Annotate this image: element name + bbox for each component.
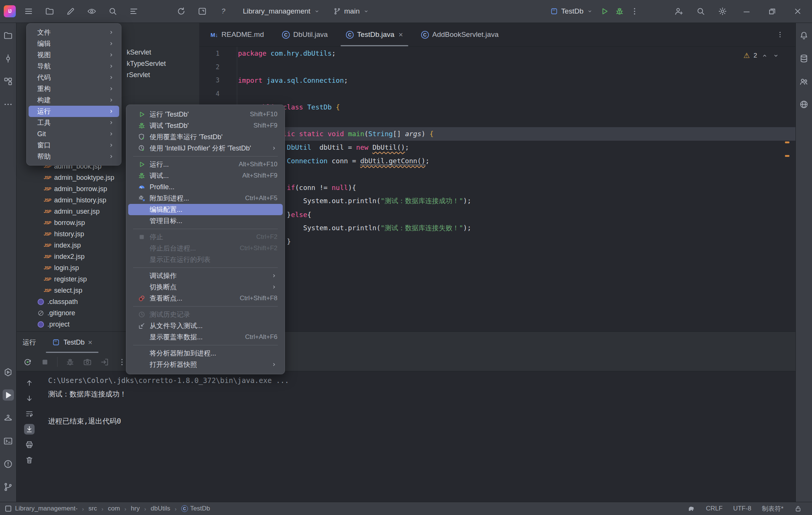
menu-item-附加到进程[interactable]: 附加到进程...Ctrl+Alt+F5 bbox=[128, 193, 283, 204]
menu-item-切换断点[interactable]: 切换断点 bbox=[128, 281, 283, 293]
scrollend-button[interactable] bbox=[24, 424, 35, 434]
maxi-button[interactable] bbox=[765, 4, 780, 19]
rerun-button[interactable] bbox=[21, 355, 34, 368]
structure-toolwindow-button[interactable] bbox=[3, 76, 14, 87]
searchbig-button[interactable] bbox=[693, 4, 708, 19]
editor-tab-testdb-java[interactable]: CTestDb.java× bbox=[337, 23, 412, 46]
close-icon[interactable]: × bbox=[88, 338, 92, 347]
hexplay-toolwindow-button[interactable] bbox=[3, 366, 14, 378]
menu-item-Git[interactable]: Git bbox=[29, 128, 119, 140]
breadcrumb-item[interactable]: src bbox=[88, 505, 97, 512]
userplus-button[interactable] bbox=[671, 4, 686, 19]
pencil-button[interactable] bbox=[63, 4, 78, 19]
sync-button[interactable] bbox=[174, 4, 189, 19]
terminal-toolwindow-button[interactable] bbox=[3, 435, 14, 447]
breadcrumb-item[interactable]: TestDb bbox=[190, 505, 210, 512]
trash-button[interactable] bbox=[24, 455, 35, 465]
lines-button[interactable] bbox=[126, 4, 141, 19]
hanger-toolwindow-button[interactable] bbox=[3, 412, 14, 424]
menu-item-工具[interactable]: 工具 bbox=[29, 117, 119, 128]
menu-item-编辑[interactable]: 编辑 bbox=[29, 38, 119, 49]
bug-button[interactable] bbox=[64, 355, 76, 368]
min-button[interactable] bbox=[739, 4, 754, 19]
menu-item-测试历史记录[interactable]: 测试历史记录 bbox=[128, 309, 283, 320]
breadcrumb[interactable]: Library_management-›src›com›hry›dbUtils›… bbox=[15, 505, 210, 512]
run-tab-testdb[interactable]: TestDb × bbox=[46, 332, 98, 353]
menu-item-将分析器附加到进程[interactable]: 将分析器附加到进程... bbox=[128, 348, 283, 359]
menu-item-帮助[interactable]: 帮助 bbox=[29, 151, 119, 162]
help-button[interactable]: ? bbox=[216, 4, 231, 19]
editor-tab-readme-md[interactable]: M↓README.md bbox=[201, 23, 273, 46]
menu-item-使用覆盖率运行-TestDb[interactable]: 使用覆盖率运行 'TestDb' bbox=[128, 131, 283, 143]
menu-item-停止后台进程[interactable]: 停止后台进程...Ctrl+Shift+F2 bbox=[128, 243, 283, 254]
run-config-selector[interactable]: TestDb bbox=[546, 4, 597, 19]
menu-item-使用-IntelliJ-Profiler-分析-TestDb[interactable]: 使用 'IntelliJ Profiler' 分析 'TestDb' bbox=[128, 143, 283, 154]
code-editor[interactable]: 1package com.hry.dbUtils;23import java.s… bbox=[199, 47, 795, 331]
breadcrumb-item[interactable]: Library_management- bbox=[15, 505, 77, 512]
more-actions-button[interactable] bbox=[627, 4, 642, 19]
users-toolwindow-button[interactable] bbox=[798, 76, 810, 87]
tree-item-clipped[interactable]: rServlet bbox=[127, 69, 150, 81]
run-button[interactable] bbox=[597, 4, 612, 19]
problem-toolwindow-button[interactable] bbox=[3, 458, 14, 469]
dots-toolwindow-button[interactable] bbox=[3, 99, 14, 110]
eye-button[interactable] bbox=[84, 4, 99, 19]
menu-item-编辑配置[interactable]: 编辑配置... bbox=[128, 204, 283, 215]
menu-item-视图[interactable]: 视图 bbox=[29, 49, 119, 61]
menu-item-显示覆盖率数据[interactable]: 显示覆盖率数据...Ctrl+Alt+F6 bbox=[128, 331, 283, 343]
breadcrumb-item[interactable]: dbUtils bbox=[151, 505, 170, 512]
down-button[interactable] bbox=[24, 393, 35, 404]
commit-toolwindow-button[interactable] bbox=[3, 53, 14, 64]
encoding-indicator[interactable]: UTF-8 bbox=[733, 505, 751, 512]
folder-toolwindow-button[interactable] bbox=[3, 30, 14, 41]
prev-warning-icon[interactable] bbox=[761, 52, 768, 59]
line-separator-indicator[interactable]: CRLF bbox=[706, 505, 723, 512]
inspections-widget[interactable]: ⚠ 2 bbox=[743, 51, 780, 60]
tree-item-clipped[interactable]: kTypeServlet bbox=[127, 58, 166, 69]
breadcrumb-item[interactable]: com bbox=[108, 505, 120, 512]
tab-options-button[interactable] bbox=[774, 29, 786, 40]
menu-item-窗口[interactable]: 窗口 bbox=[29, 140, 119, 151]
menu-item-查看断点[interactable]: 查看断点...Ctrl+Shift+F8 bbox=[128, 293, 283, 304]
line-number[interactable]: 3 bbox=[199, 76, 220, 84]
indent-indicator[interactable]: 制表符* bbox=[762, 504, 783, 513]
playfill-toolwindow-button[interactable] bbox=[3, 389, 14, 401]
camera-button[interactable] bbox=[81, 355, 94, 368]
menu-item-调试[interactable]: 调试...Alt+Shift+F9 bbox=[128, 170, 283, 181]
menu-item-构建[interactable]: 构建 bbox=[29, 94, 119, 106]
menu-item-Profile[interactable]: Profile... bbox=[128, 181, 283, 193]
menu-item-代码[interactable]: 代码 bbox=[29, 72, 119, 83]
project-selector[interactable]: Library_management bbox=[239, 4, 324, 19]
gear-button[interactable] bbox=[715, 4, 730, 19]
menu-item-调试操作[interactable]: 调试操作 bbox=[128, 270, 283, 281]
menu-item-从文件导入测试[interactable]: 从文件导入测试... bbox=[128, 320, 283, 331]
gradle-elephant-icon[interactable] bbox=[687, 504, 695, 513]
menu-item-导航[interactable]: 导航 bbox=[29, 61, 119, 72]
stopfill-button[interactable] bbox=[38, 355, 51, 368]
tree-item-clipped[interactable]: kServlet bbox=[127, 47, 151, 58]
printer-button[interactable] bbox=[24, 439, 35, 450]
tabsq-button[interactable] bbox=[195, 4, 210, 19]
menu-item-运行[interactable]: 运行 bbox=[29, 106, 119, 117]
gitbr-toolwindow-button[interactable] bbox=[3, 481, 14, 492]
close-icon[interactable]: × bbox=[398, 31, 403, 38]
line-number[interactable]: 2 bbox=[199, 63, 220, 71]
line-number[interactable]: 4 bbox=[199, 90, 220, 97]
breadcrumb-item[interactable]: hry bbox=[131, 505, 140, 512]
editor-tab-dbutil-java[interactable]: CDbUtil.java bbox=[273, 23, 337, 46]
search-button[interactable] bbox=[105, 4, 120, 19]
bell-toolwindow-button[interactable] bbox=[798, 30, 810, 41]
close-button[interactable] bbox=[790, 4, 805, 19]
menu-item-运行-TestDb[interactable]: 运行 'TestDb'Shift+F10 bbox=[128, 109, 283, 120]
up-button[interactable] bbox=[24, 378, 35, 388]
globe-toolwindow-button[interactable] bbox=[798, 99, 810, 110]
lock-icon[interactable] bbox=[794, 504, 802, 513]
line-number[interactable]: 1 bbox=[199, 50, 220, 57]
menu-item-运行[interactable]: 运行...Alt+Shift+F10 bbox=[128, 159, 283, 170]
editor-tab-addbookservlet-java[interactable]: CAddBookServlet.java bbox=[412, 23, 508, 46]
menu-item-重构[interactable]: 重构 bbox=[29, 83, 119, 94]
menu-item-停止[interactable]: 停止Ctrl+F2 bbox=[128, 231, 283, 243]
menu-item-管理目标[interactable]: 管理目标... bbox=[128, 215, 283, 226]
db-toolwindow-button[interactable] bbox=[798, 53, 810, 64]
debug-button[interactable] bbox=[612, 4, 627, 19]
